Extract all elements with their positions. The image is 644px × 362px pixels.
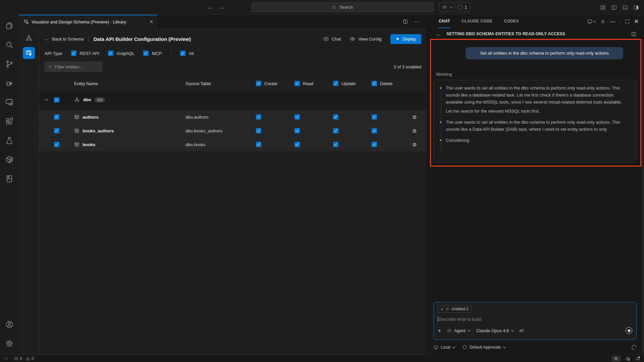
checkbox-delete[interactable] [372, 114, 377, 120]
checkbox-update[interactable] [333, 128, 338, 133]
filter-entities-input[interactable] [55, 64, 98, 69]
stop-button[interactable] [626, 327, 632, 334]
checkbox-mcp[interactable] [143, 51, 149, 56]
more-actions-icon[interactable]: ⋯ [610, 18, 615, 25]
checkbox-update-all[interactable] [333, 81, 338, 86]
customize-layout-icon[interactable] [600, 4, 606, 11]
view-config-button[interactable]: View Config [350, 36, 381, 42]
dab-config-view-icon[interactable] [23, 47, 35, 59]
attach-icon[interactable]: + [438, 328, 441, 334]
chat-prompt-input[interactable] [438, 317, 620, 322]
deploy-label: Deploy [402, 37, 416, 42]
search-view-icon[interactable] [1, 37, 17, 53]
expand-icon[interactable] [625, 19, 630, 24]
view-config-label: View Config [358, 37, 381, 42]
history-back-icon[interactable]: ← [207, 4, 213, 11]
accounts-icon[interactable] [1, 316, 17, 333]
split-chat-icon[interactable] [631, 31, 637, 37]
settings-gear-icon[interactable] [1, 336, 17, 352]
run-debug-icon[interactable] [1, 75, 17, 91]
checkbox-read-all[interactable] [294, 81, 300, 86]
row-settings-icon[interactable]: ⚙ [412, 128, 417, 133]
close-panel-icon[interactable]: ✕ [634, 18, 639, 24]
checkbox-create[interactable] [256, 114, 261, 120]
schema-group-row[interactable]: dbo 3/3 [39, 93, 427, 107]
command-center-search[interactable]: Search [252, 2, 434, 12]
scrollbar[interactable] [642, 39, 643, 361]
comment-discussion-icon[interactable] [587, 19, 593, 24]
checkbox-group-dbo[interactable] [54, 97, 59, 103]
table-icon [74, 128, 79, 133]
tab-visualize-design-schema[interactable]: Visualize and Design Schema (Preview) - … [19, 15, 158, 28]
toggle-panel-icon[interactable] [622, 4, 628, 11]
checkbox-delete-all[interactable] [372, 81, 377, 86]
tab-codex[interactable]: CODEX [504, 15, 519, 28]
checkbox-read[interactable] [294, 114, 300, 120]
checkbox-all[interactable] [180, 51, 185, 56]
problems-indicator[interactable]: 0 0 [14, 356, 34, 361]
row-settings-icon[interactable]: ⚙ [412, 115, 417, 120]
api-option-rest[interactable]: REST API [71, 51, 99, 56]
checkbox-row[interactable] [54, 142, 59, 147]
schema-view-icon[interactable] [23, 32, 35, 44]
tab-chat[interactable]: CHAT [439, 15, 450, 28]
back-to-schema-button[interactable]: ← Back to Schema [45, 37, 84, 42]
checkbox-row[interactable] [54, 128, 59, 133]
table-row-books-authors[interactable]: books_authors dbo.books_authors ⚙ [39, 124, 427, 138]
notifications-bell-icon[interactable] [635, 356, 641, 361]
table-row-books[interactable]: books dbo.books ⚙ [39, 138, 427, 152]
database-project-icon[interactable] [1, 171, 17, 187]
source-control-icon[interactable] [1, 56, 17, 72]
tools-config-icon[interactable] [519, 328, 524, 334]
model-picker[interactable]: Claude Opus 4.6 [476, 328, 514, 333]
row-settings-icon[interactable]: ⚙ [412, 142, 417, 147]
checkbox-update[interactable] [333, 142, 338, 147]
checkbox-update[interactable] [333, 114, 338, 120]
chevron-down-icon[interactable] [45, 98, 48, 101]
copilot-menu[interactable]: 1 [439, 2, 470, 12]
copilot-status-icon[interactable] [625, 356, 631, 361]
checkbox-read[interactable] [294, 142, 300, 147]
checkbox-delete[interactable] [372, 128, 377, 133]
toggle-secondary-sidebar-icon[interactable] [633, 4, 639, 11]
checkbox-rest-api[interactable] [71, 51, 76, 56]
gear-icon[interactable] [600, 19, 606, 24]
toggle-primary-sidebar-icon[interactable] [611, 4, 617, 11]
checkbox-graphql[interactable] [108, 51, 113, 56]
filter-entities-field[interactable] [45, 62, 102, 72]
api-option-graphql[interactable]: GraphQL [108, 51, 135, 56]
table-row-authors[interactable]: authors dbo.authors ⚙ [39, 110, 427, 124]
chat-input-box[interactable]: + Untitled-1 + Agent Claude Opus 4.6 [433, 302, 637, 340]
remote-indicator-icon[interactable] [3, 356, 8, 361]
container-cube-icon[interactable] [1, 152, 17, 168]
chat-button[interactable]: Chat [323, 36, 341, 42]
tab-claude-code[interactable]: CLAUDE CODE [462, 15, 492, 28]
extensions-icon[interactable] [1, 113, 17, 129]
api-option-mcp[interactable]: MCP [143, 51, 162, 56]
testing-icon[interactable] [1, 132, 17, 148]
checkbox-create[interactable] [256, 128, 261, 133]
back-to-schema-label: Back to Schema [52, 37, 84, 42]
tab-close-icon[interactable]: ✕ [149, 19, 153, 24]
checkbox-create-all[interactable] [256, 81, 261, 86]
api-option-all[interactable]: All [180, 51, 194, 56]
zoom-indicator[interactable] [612, 356, 621, 361]
split-editor-icon[interactable] [402, 19, 408, 24]
checkbox-row[interactable] [54, 114, 59, 120]
context-chip-untitled[interactable]: + Untitled-1 [438, 305, 472, 313]
back-icon[interactable]: ← [436, 31, 441, 37]
explorer-icon[interactable] [1, 18, 17, 34]
more-actions-icon[interactable]: ⋯ [414, 18, 420, 25]
checkbox-delete[interactable] [372, 142, 377, 147]
deploy-button[interactable]: Deploy [390, 34, 421, 44]
chevron-down-icon [468, 328, 470, 331]
checkbox-create[interactable] [256, 142, 261, 147]
history-forward-icon[interactable]: → [219, 4, 225, 11]
remote-explorer-icon[interactable] [1, 94, 17, 110]
mode-picker[interactable]: Agent [447, 328, 470, 333]
group-name: dbo [83, 97, 91, 102]
checkbox-read[interactable] [294, 128, 300, 133]
zoom-in-icon [614, 356, 619, 361]
environment-picker[interactable]: Local [433, 345, 455, 350]
approvals-picker[interactable]: Default Approvals [462, 345, 505, 350]
